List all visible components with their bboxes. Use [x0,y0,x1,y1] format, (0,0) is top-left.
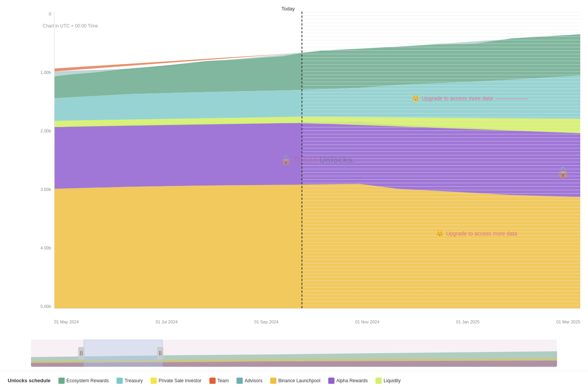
range-selected [84,340,163,367]
x-label-sep: 01 Sep 2024 [254,320,278,324]
handle-lines-right [159,351,161,356]
legend-label-alpha: Alpha Rewards [336,378,368,383]
chart-plot: 👑 Upgrade to access more data —————— 👑 U… [54,12,580,309]
range-handle-left[interactable] [78,347,84,359]
upgrade-badge-top[interactable]: 👑 Upgrade to access more data —————— [412,94,528,102]
y-label-5: 5.00b [40,304,51,309]
legend-item-treasury: Treasury [117,378,143,384]
legend-label-treasury: Treasury [125,378,143,383]
y-axis: 5.00b 4.00b 3.00b 2.00b 1.00b 0 [31,12,54,309]
legend-color-advisors [237,378,243,384]
legend-item-ecosystem: Ecosystem Rewards [58,378,109,384]
chart-area: Today Chart in UTC + 00:00 Time 5.00b 4.… [0,0,588,340]
legend-item-liquidity: Liquidity [375,378,401,384]
handle-line-2 [82,351,82,356]
legend-label-private-sale: Private Sale Investor [159,378,202,383]
handle-line-3 [159,351,160,356]
legend-label-liquidity: Liquidity [384,378,401,383]
x-axis: 01 May 2024 01 Jul 2024 01 Sep 2024 01 N… [54,320,580,324]
y-label-0: 0 [49,12,51,16]
handle-lines-left [80,351,82,356]
legend-title-text: Unlocks schedule [8,378,51,383]
legend-item-team: Team [209,378,229,384]
crown-icon-bottom: 👑 [436,230,444,237]
y-label-2: 2.00b [40,129,51,133]
range-handle-right[interactable] [157,347,163,359]
x-label-jan: 01 Jan 2025 [456,320,480,324]
x-label-mar: 01 Mar 2025 [556,320,580,324]
chart-inner: Today Chart in UTC + 00:00 Time 5.00b 4.… [31,4,580,340]
upgrade-badge-bottom[interactable]: 👑 Upgrade to access more data [436,230,517,237]
legend-color-treasury [117,378,123,384]
y-label-4: 4.00b [40,246,51,250]
x-label-nov: 01 Nov 2024 [355,320,379,324]
range-selector[interactable] [31,340,557,367]
legend-color-alpha [328,378,334,384]
lock-future-icon: 🔒 [556,166,570,179]
x-label-jul: 01 Jul 2024 [156,320,178,324]
legend-item-binance: Binance Launchpool [270,378,321,384]
upgrade-text-top: Upgrade to access more data [422,95,493,101]
legend-item-title: Unlocks schedule [8,378,51,383]
y-label-1: 1.00b [40,70,51,75]
legend-item-alpha: Alpha Rewards [328,378,368,384]
legend-item-private-sale: Private Sale Investor [151,378,202,384]
handle-line-4 [161,351,161,356]
y-label-3: 3.00b [40,187,51,192]
legend-color-binance [270,378,276,384]
legend-label-team: Team [218,378,229,383]
upgrade-text-bottom: Upgrade to access more data [446,230,517,237]
handle-line-1 [80,351,81,356]
future-overlay [302,12,580,308]
legend-label-binance: Binance Launchpool [278,378,321,383]
crown-icon-top: 👑 [412,94,420,102]
legend-color-ecosystem [58,378,65,384]
legend-color-liquidity [375,378,382,384]
today-label: Today [281,6,295,12]
legend: Unlocks schedule Ecosystem Rewards Treas… [0,371,588,390]
today-line [302,12,302,308]
legend-label-advisors: Advisors [245,378,262,383]
legend-label-ecosystem: Ecosystem Rewards [67,378,109,383]
legend-item-advisors: Advisors [237,378,262,384]
legend-color-team [209,378,216,384]
x-label-may: 01 May 2024 [54,320,79,324]
legend-color-private-sale [151,378,157,384]
chart-container: Today Chart in UTC + 00:00 Time 5.00b 4.… [0,0,588,390]
